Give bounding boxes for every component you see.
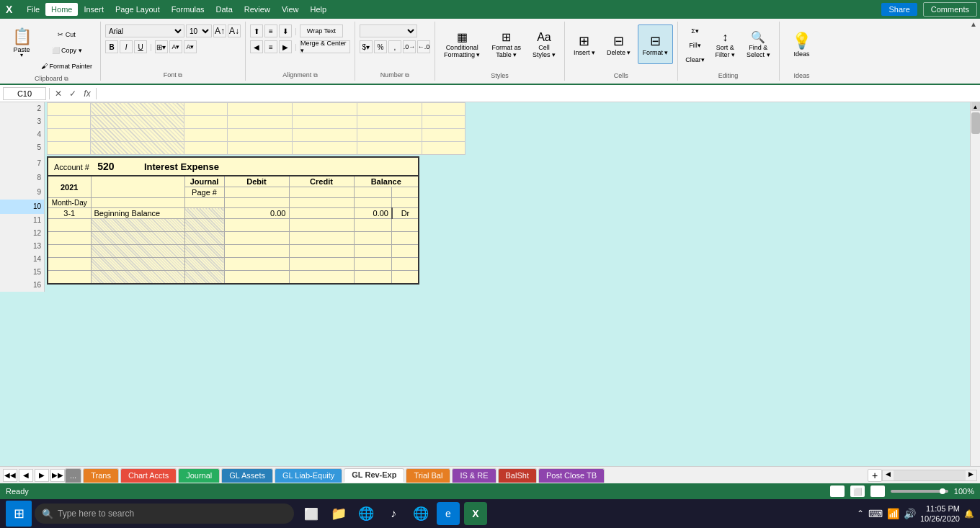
italic-button[interactable]: I	[120, 40, 133, 53]
menu-insert[interactable]: Insert	[78, 3, 110, 16]
sort-filter-button[interactable]: ↕ Sort & Filter ▾	[711, 24, 740, 64]
format-button[interactable]: ⊟ Format ▾	[638, 24, 672, 64]
menu-help[interactable]: Help	[305, 3, 333, 16]
menu-file[interactable]: File	[21, 3, 45, 16]
sheet-tab-is-re[interactable]: IS & RE	[452, 468, 496, 483]
edge-icon[interactable]: e	[437, 502, 460, 525]
cut-button[interactable]: ✂ Cut	[37, 27, 96, 42]
sheet-tab-balsht[interactable]: BalSht	[498, 468, 537, 483]
align-mid-btn[interactable]: ≡	[264, 24, 277, 37]
fill-button[interactable]: Fill▾	[682, 39, 708, 52]
accounting-btn[interactable]: $▾	[360, 40, 373, 53]
system-tray[interactable]: ⌃	[857, 509, 864, 519]
network-icon[interactable]: 📶	[887, 508, 899, 519]
find-select-button[interactable]: 🔍 Find & Select ▾	[742, 24, 775, 64]
scroll-tabs-left-btn[interactable]: ◀◀	[3, 469, 17, 482]
keyboard-icon[interactable]: ⌨	[868, 508, 883, 519]
ideas-button[interactable]: 💡 Ideas	[784, 24, 820, 64]
menu-formulas[interactable]: Formulas	[166, 3, 210, 16]
notification-btn[interactable]: 🔔	[964, 509, 974, 519]
align-top-btn[interactable]: ⬆	[250, 24, 263, 37]
share-button[interactable]: Share	[881, 3, 917, 16]
zoom-slider[interactable]	[891, 490, 948, 493]
insert-button[interactable]: ⊞ Insert ▾	[569, 24, 600, 64]
h-scroll-right[interactable]: ▶	[966, 470, 976, 480]
h-scrollbar[interactable]: ◀ ▶	[882, 470, 977, 481]
fill-color-btn[interactable]: A▾	[169, 40, 182, 53]
sheet-tab-journal[interactable]: Journal	[178, 468, 220, 483]
sheet-tab-chart-accts[interactable]: Chart Accts	[120, 468, 177, 483]
scroll-thumb[interactable]	[971, 112, 980, 134]
add-sheet-button[interactable]: +	[868, 469, 882, 482]
comma-btn[interactable]: ,	[388, 40, 401, 53]
align-right-btn[interactable]: ▶	[279, 40, 292, 53]
menu-data[interactable]: Data	[210, 3, 239, 16]
page-break-view-btn[interactable]: ≡	[870, 486, 885, 497]
percent-btn[interactable]: %	[374, 40, 387, 53]
clear-button[interactable]: Clear▾	[682, 53, 708, 66]
font-name-select[interactable]: Arial	[105, 24, 184, 37]
sheet-tab-post-close-tb[interactable]: Post Close TB	[538, 468, 605, 483]
sheet-tab-gl-liab-equity[interactable]: GL Liab-Equity	[275, 468, 342, 483]
conditional-formatting-button[interactable]: ▦ Conditional Formatting ▾	[440, 24, 485, 64]
volume-icon[interactable]: 🔊	[904, 508, 916, 519]
cell-styles-button[interactable]: Aa Cell Styles ▾	[528, 24, 560, 64]
browser-icon[interactable]: 🌐	[355, 502, 378, 525]
task-view-icon[interactable]: ⬜	[300, 502, 323, 525]
wrap-text-btn[interactable]: Wrap Text	[300, 24, 343, 37]
comments-button[interactable]: Comments	[923, 2, 977, 17]
copy-button[interactable]: ⬜ Copy ▾	[37, 43, 96, 58]
start-button[interactable]: ⊞	[6, 501, 32, 527]
sheet-tab-more[interactable]: ...	[65, 468, 81, 483]
confirm-formula-icon[interactable]: ✓	[67, 89, 79, 99]
menu-page-layout[interactable]: Page Layout	[110, 3, 166, 16]
underline-button[interactable]: U	[134, 40, 147, 53]
sheet-tab-trial-bal[interactable]: Trial Bal	[406, 468, 450, 483]
scroll-up-btn[interactable]: ▲	[971, 102, 980, 111]
chrome-icon[interactable]: 🌐	[409, 502, 432, 525]
formula-input[interactable]	[99, 87, 977, 100]
align-center-btn[interactable]: ≡	[264, 40, 277, 53]
format-as-table-button[interactable]: ⊞ Format as Table ▾	[487, 24, 525, 64]
ribbon-collapse-btn[interactable]: ▲	[970, 20, 977, 28]
scroll-tabs-next-btn[interactable]: ▶	[35, 469, 49, 482]
dec-increase-btn[interactable]: .0→	[403, 40, 416, 53]
align-bot-btn[interactable]: ⬇	[279, 24, 292, 37]
menu-home[interactable]: Home	[45, 3, 78, 16]
scroll-tabs-prev-btn[interactable]: ◀	[19, 469, 33, 482]
merge-center-btn[interactable]: Merge & Center ▾	[300, 40, 350, 53]
scroll-tabs-right-btn[interactable]: ▶▶	[50, 469, 65, 482]
menu-review[interactable]: Review	[239, 3, 276, 16]
cell-reference-input[interactable]	[3, 87, 46, 100]
h-scroll-left[interactable]: ◀	[883, 470, 894, 480]
font-color-btn[interactable]: A▾	[184, 40, 197, 53]
border-button[interactable]: ⊞▾	[155, 40, 168, 53]
number-format-select[interactable]	[360, 24, 417, 37]
page-layout-view-btn[interactable]: ⬜	[850, 486, 865, 497]
menu-view[interactable]: View	[276, 3, 305, 16]
media-player-icon[interactable]: ♪	[382, 502, 405, 525]
clock[interactable]: 11:05 PM 10/26/2020	[920, 504, 960, 524]
bold-button[interactable]: B	[105, 40, 118, 53]
vertical-scrollbar[interactable]: ▲	[970, 102, 980, 466]
sheet-tab-gl-assets[interactable]: GL Assets	[221, 468, 273, 483]
excel-taskbar-icon[interactable]: X	[464, 502, 487, 525]
cancel-formula-icon[interactable]: ✕	[53, 89, 64, 99]
ideas-label: Ideas	[794, 71, 810, 81]
zoom-thumb[interactable]	[940, 488, 945, 494]
sheet-tab-gl-rev-exp[interactable]: GL Rev-Exp	[344, 468, 404, 483]
sheet-tab-trans[interactable]: Trans	[83, 468, 119, 483]
paste-button[interactable]: 📋 Paste ▾	[7, 24, 36, 61]
font-decrease-btn[interactable]: A↓	[228, 24, 241, 37]
taskbar-search[interactable]: 🔍 Type here to search	[35, 504, 294, 524]
font-increase-btn[interactable]: A↑	[213, 24, 226, 37]
align-left-btn[interactable]: ◀	[250, 40, 263, 53]
font-size-select[interactable]: 10	[186, 24, 212, 37]
file-explorer-icon[interactable]: 📁	[327, 502, 350, 525]
dec-decrease-btn[interactable]: ←.0	[417, 40, 430, 53]
delete-button[interactable]: ⊟ Delete ▾	[602, 24, 636, 64]
format-painter-button[interactable]: 🖌 Format Painter	[37, 59, 96, 73]
sigma-button[interactable]: Σ▾	[682, 24, 708, 37]
normal-view-btn[interactable]: ⊞	[830, 486, 845, 497]
insert-function-icon[interactable]: fx	[81, 89, 93, 99]
